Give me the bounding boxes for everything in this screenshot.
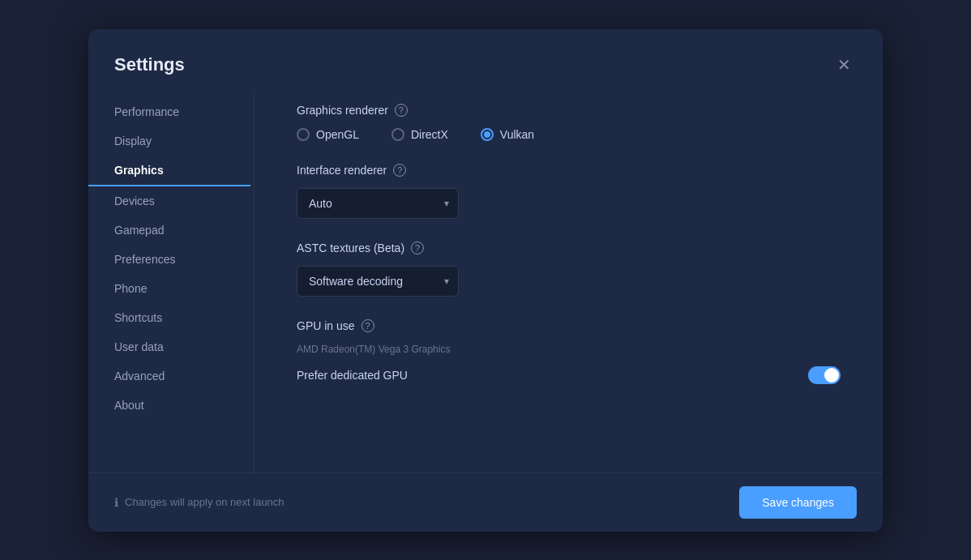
radio-circle-directx [391, 128, 404, 141]
radio-opengl[interactable]: OpenGL [297, 128, 359, 141]
settings-modal: Settings ✕ PerformanceDisplayGraphicsDev… [88, 29, 883, 532]
graphics-renderer-section: Graphics renderer ? OpenGL DirectX Vulka… [297, 104, 844, 141]
sidebar-item-phone[interactable]: Phone [88, 274, 250, 303]
sidebar-item-display[interactable]: Display [88, 126, 250, 156]
modal-body: PerformanceDisplayGraphicsDevicesGamepad… [88, 91, 883, 472]
footer-note: ℹ Changes will apply on next launch [114, 496, 284, 509]
interface-renderer-select-wrapper: Auto OpenGL Vulkan Software ▾ [297, 188, 459, 219]
modal-header: Settings ✕ [88, 29, 883, 91]
sidebar-divider [254, 91, 255, 472]
sidebar-item-advanced[interactable]: Advanced [88, 361, 250, 391]
graphics-renderer-options: OpenGL DirectX Vulkan [297, 128, 844, 141]
sidebar-item-devices[interactable]: Devices [88, 186, 250, 216]
sidebar-item-preferences[interactable]: Preferences [88, 245, 250, 274]
sidebar: PerformanceDisplayGraphicsDevicesGamepad… [88, 91, 250, 472]
radio-circle-opengl [297, 128, 310, 141]
sidebar-item-gamepad[interactable]: Gamepad [88, 216, 250, 245]
graphics-renderer-label: Graphics renderer ? [297, 104, 844, 117]
sidebar-item-user-data[interactable]: User data [88, 332, 250, 361]
gpu-in-use-label: GPU in use ? [297, 319, 844, 332]
astc-textures-section: ASTC textures (Beta) ? Software decoding… [297, 242, 844, 297]
astc-textures-select-wrapper: Software decoding Hardware decoding Disa… [297, 266, 459, 297]
interface-renderer-select[interactable]: Auto OpenGL Vulkan Software [297, 188, 459, 219]
info-icon: ℹ [114, 496, 118, 509]
save-changes-button[interactable]: Save changes [739, 486, 857, 519]
sidebar-item-shortcuts[interactable]: Shortcuts [88, 303, 250, 332]
radio-label-vulkan: Vulkan [500, 128, 534, 141]
footer-note-text: Changes will apply on next launch [125, 496, 284, 508]
radio-circle-vulkan [481, 128, 494, 141]
astc-textures-select[interactable]: Software decoding Hardware decoding Disa… [297, 266, 459, 297]
radio-vulkan[interactable]: Vulkan [481, 128, 534, 141]
interface-renderer-label: Interface renderer ? [297, 164, 844, 177]
sidebar-item-graphics[interactable]: Graphics [88, 156, 250, 186]
prefer-dedicated-gpu-label: Prefer dedicated GPU [297, 369, 408, 382]
toggle-knob [824, 368, 839, 383]
radio-label-directx: DirectX [411, 128, 448, 141]
interface-renderer-help-icon[interactable]: ? [393, 164, 406, 177]
modal-footer: ℹ Changes will apply on next launch Save… [88, 472, 883, 532]
graphics-renderer-help-icon[interactable]: ? [395, 104, 408, 117]
radio-directx[interactable]: DirectX [391, 128, 448, 141]
close-icon: ✕ [837, 55, 851, 75]
sidebar-item-performance[interactable]: Performance [88, 97, 250, 126]
gpu-in-use-section: GPU in use ? AMD Radeon(TM) Vega 3 Graph… [297, 319, 844, 384]
close-button[interactable]: ✕ [831, 52, 857, 78]
sidebar-item-about[interactable]: About [88, 391, 250, 420]
astc-textures-help-icon[interactable]: ? [411, 242, 424, 254]
prefer-dedicated-gpu-row: Prefer dedicated GPU [297, 366, 844, 384]
prefer-dedicated-gpu-toggle[interactable] [808, 366, 841, 384]
interface-renderer-section: Interface renderer ? Auto OpenGL Vulkan … [297, 164, 844, 219]
content-area: Graphics renderer ? OpenGL DirectX Vulka… [258, 91, 883, 472]
modal-title: Settings [114, 54, 185, 75]
gpu-in-use-help-icon[interactable]: ? [361, 319, 374, 332]
radio-label-opengl: OpenGL [316, 128, 359, 141]
astc-textures-label: ASTC textures (Beta) ? [297, 242, 844, 254]
gpu-name: AMD Radeon(TM) Vega 3 Graphics [297, 344, 844, 355]
